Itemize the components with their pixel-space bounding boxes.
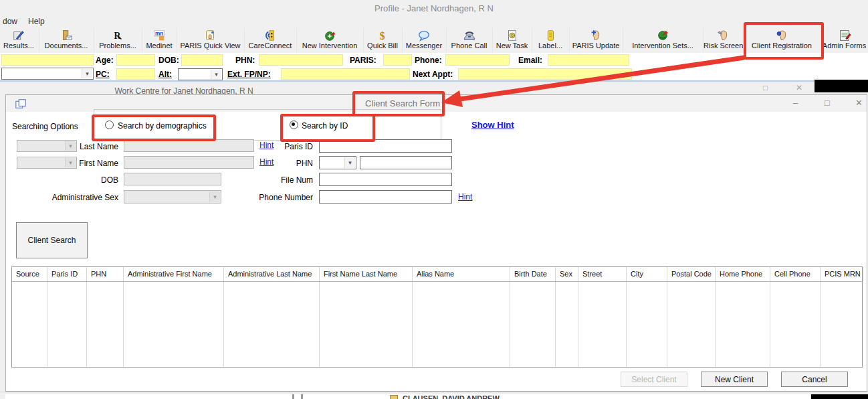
admin-forms-icon [821, 27, 867, 42]
phn-type-combo[interactable]: ▾ [319, 156, 356, 169]
pc-field[interactable] [116, 68, 155, 80]
radio-search-by-demographics-label[interactable]: Search by demographics [118, 121, 207, 131]
ext-fp-np-label[interactable]: Ext. FP/NP: [227, 70, 271, 79]
search-results-table: SourceParis IDPHNAdministrative First Na… [11, 266, 863, 368]
minimize-icon[interactable]: – [793, 98, 798, 108]
paris-quick-view-icon [177, 27, 243, 42]
toolbar-button-new-intervention[interactable]: New Intervention [296, 27, 362, 53]
column-header-cell-phone[interactable]: Cell Phone [770, 267, 821, 281]
new-client-button[interactable]: New Client [701, 372, 768, 387]
toolbar-button-client-registration[interactable]: Client Registration [743, 27, 820, 53]
close-icon[interactable]: ✕ [855, 98, 863, 108]
close-icon[interactable]: ✕ [796, 83, 802, 92]
paris-id-input[interactable] [319, 139, 452, 153]
problems-icon: R [94, 27, 141, 42]
column-divider [319, 282, 320, 367]
toolbar-button-intervention-sets[interactable]: Intervention Sets... [623, 27, 702, 53]
pc-label[interactable]: PC: [96, 70, 110, 79]
phone-number-label: Phone Number [234, 193, 313, 202]
column-header-postal-code[interactable]: Postal Code [667, 267, 716, 281]
ext-fp-np-field[interactable] [281, 68, 410, 80]
toolbar-button-label[interactable]: Label... [532, 27, 568, 53]
dob-search-label: DOB [64, 175, 118, 185]
toolbar-button-careconnect[interactable]: CareConnect [244, 27, 296, 53]
column-header-phn[interactable]: PHN [87, 267, 124, 281]
dialog-title: Client Search Form [365, 98, 440, 108]
administrative-sex-label: Administrative Sex [15, 193, 118, 202]
quick-bill-icon: $ [364, 27, 401, 42]
toolbar-button-documents[interactable]: Documents... [39, 27, 93, 53]
clipped-list-row: CLAUSEN, DAVID ANDREW [5, 394, 810, 399]
column-divider [412, 282, 413, 367]
client-summary-band: Age: DOB: PHN: PARIS: Phone: Email: ▾ PC… [0, 53, 868, 80]
table-header-row: SourceParis IDPHNAdministrative First Na… [12, 267, 862, 282]
menu-item-help[interactable]: Help [25, 17, 47, 26]
phone-field[interactable] [445, 54, 510, 66]
toolbar-button-label: Risk Screen [703, 42, 742, 50]
alt-label[interactable]: Alt: [158, 70, 172, 79]
column-header-street[interactable]: Street [578, 267, 627, 281]
toolbar-button-label: Problems... [94, 42, 141, 50]
results-icon [0, 27, 37, 42]
column-header-paris-id[interactable]: Paris ID [47, 267, 87, 281]
toolbar-button-quick-bill[interactable]: $Quick Bill [363, 27, 401, 53]
phone-number-input[interactable] [319, 190, 452, 204]
menu-item-window-partial[interactable]: dow [0, 17, 20, 26]
maximize-icon[interactable]: □ [825, 98, 830, 108]
toolbar-button-phone-call[interactable]: Phone Call [446, 27, 492, 53]
toolbar-button-results[interactable]: Results... [0, 27, 37, 53]
email-field[interactable] [548, 54, 629, 66]
new-intervention-icon [297, 27, 362, 42]
chevron-down-icon[interactable]: ▾ [211, 70, 221, 79]
chevron-down-icon[interactable]: ▾ [344, 157, 355, 168]
column-header-administrative-first-name[interactable]: Administrative First Name [124, 267, 224, 281]
last-name-label: Last Name [64, 142, 118, 151]
column-header-city[interactable]: City [627, 267, 667, 281]
dob-search-input [124, 173, 221, 185]
column-header-administrative-last-name[interactable]: Administrative Last Name [224, 267, 320, 281]
toolbar-button-risk-screen[interactable]: Risk Screen [703, 27, 742, 53]
next-appt-field[interactable] [458, 68, 632, 80]
toolbar-button-medinet[interactable]: mnMedinet [142, 27, 176, 53]
client-selector-combo[interactable]: ▾ [1, 68, 94, 80]
phone-number-hint-link[interactable]: Hint [458, 192, 472, 202]
maximize-icon[interactable]: □ [763, 83, 768, 92]
age-field[interactable] [116, 54, 155, 66]
column-divider [820, 282, 821, 367]
client-search-button[interactable]: Client Search [16, 222, 88, 258]
phone-call-icon [447, 27, 492, 42]
next-appt-label: Next Appt: [413, 70, 453, 79]
cancel-button[interactable]: Cancel [781, 372, 848, 387]
column-header-pcis-mrn[interactable]: PCIS MRN [821, 267, 863, 281]
column-header-first-name-last-name[interactable]: First Name Last Name [320, 267, 413, 281]
toolbar-button-paris-quick-view[interactable]: PARIS Quick View [177, 27, 243, 53]
radio-search-by-id-label[interactable]: Search by ID [302, 121, 348, 131]
form-icon [15, 98, 27, 110]
column-header-sex[interactable]: Sex [556, 267, 578, 281]
phn-field[interactable] [259, 54, 343, 66]
main-window-titlebar: Profile - Janet Nordhagen, R N [0, 0, 868, 16]
paris-field[interactable] [383, 54, 412, 66]
toolbar-button-paris-update[interactable]: PARIS Update [569, 27, 622, 53]
show-hint-link[interactable]: Show Hint [471, 120, 514, 130]
radio-search-by-id[interactable] [290, 121, 298, 129]
toolbar-button-admin-forms[interactable]: Admin Forms [821, 27, 867, 53]
toolbar-button-label: Messenger [403, 42, 445, 50]
column-header-source[interactable]: Source [12, 267, 47, 281]
phn-search-input[interactable] [360, 156, 452, 169]
column-header-home-phone[interactable]: Home Phone [716, 267, 770, 281]
toolbar-button-label: PARIS Update [570, 42, 622, 50]
toolbar-button-problems[interactable]: RProblems... [94, 27, 141, 53]
paris-id-label: Paris ID [234, 142, 313, 151]
toolbar-button-messenger[interactable]: Messenger [402, 27, 445, 53]
alt-combo[interactable]: ▾ [178, 68, 223, 80]
client-name-field[interactable] [1, 54, 94, 66]
dob-field[interactable] [181, 54, 223, 66]
column-header-birth-date[interactable]: Birth Date [510, 267, 556, 281]
toolbar-button-new-task[interactable]: New Task [492, 27, 531, 53]
file-num-label: File Num [234, 175, 313, 185]
chevron-down-icon[interactable]: ▾ [82, 69, 92, 78]
column-header-alias-name[interactable]: Alias Name [413, 267, 510, 281]
radio-search-by-demographics[interactable] [105, 121, 114, 129]
file-num-input[interactable] [319, 173, 452, 186]
